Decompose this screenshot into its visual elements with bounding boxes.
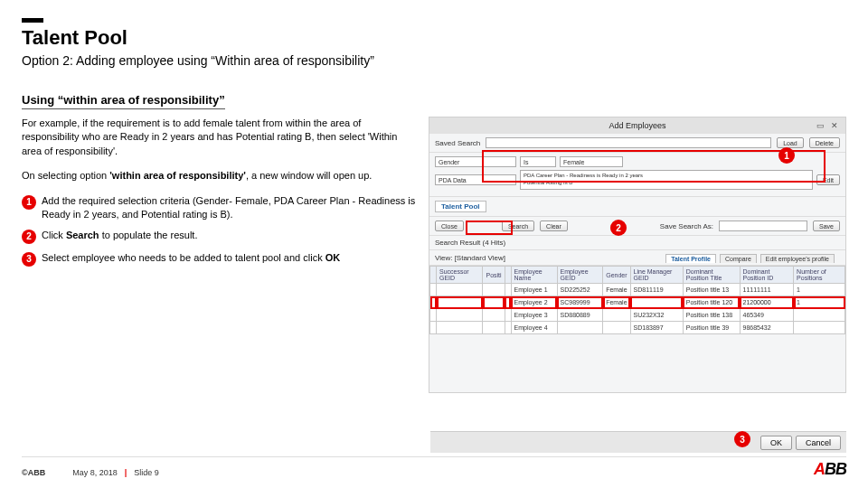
slide-footer: ©ABB May 8, 2018 | Slide 9 bbox=[22, 468, 846, 477]
abb-logo: ABB bbox=[814, 460, 846, 479]
col-header: Dominant Position ID bbox=[740, 267, 794, 284]
marker-1: 1 bbox=[778, 147, 795, 164]
table-row[interactable]: Employee 2SC989999FemalePosition title 1… bbox=[430, 296, 845, 309]
col-header: Positi bbox=[483, 267, 505, 284]
save-button[interactable]: Save bbox=[813, 221, 840, 231]
col-header: Number of Positions bbox=[794, 267, 845, 284]
footer-rule bbox=[22, 456, 846, 457]
col-header bbox=[430, 267, 437, 284]
col-header: Employee Name bbox=[511, 267, 557, 284]
clear-button[interactable]: Clear bbox=[540, 221, 568, 231]
paragraph-1: For example, if the requirement is to ad… bbox=[22, 117, 420, 158]
col-header bbox=[505, 267, 511, 284]
step-text-2: Click Search to populate the result. bbox=[42, 229, 420, 242]
copyright: ©ABB bbox=[22, 468, 45, 477]
window-title: Add Employees bbox=[609, 121, 665, 130]
result-header: Search Result (4 Hits) bbox=[429, 236, 845, 250]
step-badge-2: 2 bbox=[22, 230, 36, 244]
window-titlebar: Add Employees ▭ ✕ bbox=[429, 117, 845, 134]
page-title: Talent Pool bbox=[22, 26, 846, 50]
step-3: 3 Select employee who needs to be added … bbox=[22, 251, 420, 267]
highlight-box-1 bbox=[482, 150, 826, 183]
slide-number: Slide 9 bbox=[134, 468, 159, 477]
step-text-3: Select employee who needs to be added to… bbox=[42, 251, 420, 265]
highlight-box-2 bbox=[466, 221, 513, 235]
page-subtitle: Option 2: Adding employee using “Within … bbox=[22, 53, 846, 68]
load-button[interactable]: Load bbox=[777, 137, 804, 148]
close-button[interactable]: Close bbox=[435, 221, 464, 231]
results-table: Successor GEIDPositiEmployee NameEmploye… bbox=[429, 266, 845, 334]
save-as-label: Save Search As: bbox=[660, 222, 713, 230]
step-badge-1: 1 bbox=[22, 195, 36, 210]
saved-search-label: Saved Search bbox=[435, 139, 480, 147]
step-badge-3: 3 bbox=[22, 252, 36, 267]
tab-talent-profile[interactable]: Talent Profile bbox=[665, 254, 716, 263]
step-text-1: Add the required selection criteria (Gen… bbox=[42, 194, 420, 222]
ok-button[interactable]: OK bbox=[760, 436, 792, 450]
table-row[interactable]: Employee 1SD225252FemaleSD811119Position… bbox=[430, 284, 845, 296]
save-as-input[interactable] bbox=[719, 221, 807, 231]
col-header: Employee GEID bbox=[557, 267, 603, 284]
delete-button[interactable]: Delete bbox=[809, 137, 840, 148]
footer-divider: | bbox=[125, 468, 127, 477]
marker-3: 3 bbox=[734, 431, 750, 447]
app-screenshot: Add Employees ▭ ✕ Saved Search Load Dele… bbox=[429, 117, 846, 393]
cancel-button[interactable]: Cancel bbox=[796, 436, 841, 450]
col-header: Gender bbox=[603, 267, 630, 284]
window-controls[interactable]: ▭ ✕ bbox=[816, 121, 840, 130]
saved-search-input[interactable] bbox=[486, 137, 771, 148]
col-header: Line Manager GEID bbox=[630, 267, 683, 284]
brand-dash bbox=[22, 18, 43, 23]
instruction-column: For example, if the requirement is to ad… bbox=[22, 117, 420, 393]
marker-2: 2 bbox=[610, 220, 627, 236]
talent-pool-tab[interactable]: Talent Pool bbox=[435, 201, 486, 212]
table-row[interactable]: Employee 3SD880889SU232X32Position title… bbox=[430, 309, 845, 322]
footer-date: May 8, 2018 bbox=[72, 468, 118, 477]
col-header: Successor GEID bbox=[437, 267, 483, 284]
view-label: View: [Standard View] bbox=[435, 254, 505, 262]
section-heading: Using “within area of responsibility” bbox=[22, 93, 225, 109]
tab-compare[interactable]: Compare bbox=[720, 254, 757, 263]
paragraph-2: On selecting option 'within area of resp… bbox=[22, 169, 420, 183]
tab-edit-profile[interactable]: Edit employee's profile bbox=[760, 254, 835, 263]
dialog-footer: OK Cancel bbox=[430, 431, 846, 453]
step-2: 2 Click Search to populate the result. bbox=[22, 229, 420, 244]
table-row[interactable]: Employee 4SD183897Position title 3998685… bbox=[430, 322, 845, 334]
col-header: Dominant Position Title bbox=[683, 267, 740, 284]
step-1: 1 Add the required selection criteria (G… bbox=[22, 194, 420, 222]
